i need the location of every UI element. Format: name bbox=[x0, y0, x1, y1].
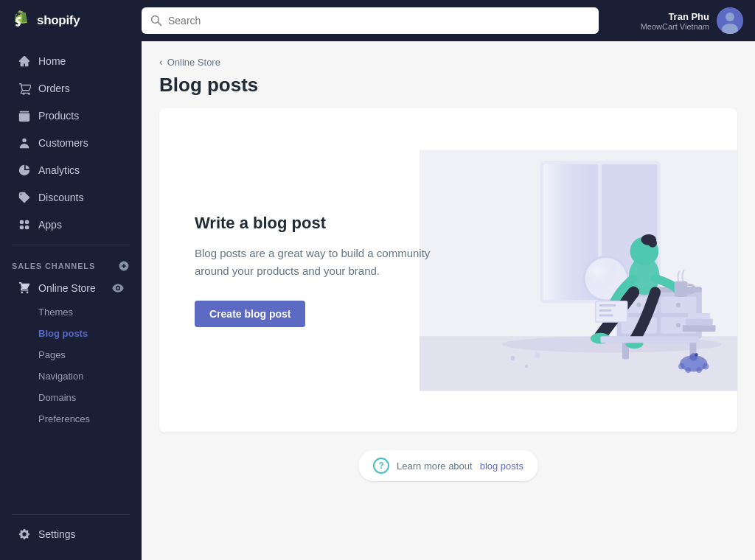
search-input[interactable] bbox=[168, 15, 590, 27]
sidebar-divider bbox=[12, 245, 130, 245]
online-store-label: Online Store bbox=[38, 282, 96, 294]
sidebar-item-analytics[interactable]: Analytics bbox=[6, 157, 136, 183]
svg-point-23 bbox=[676, 323, 681, 327]
plus-circle-icon bbox=[118, 260, 130, 272]
svg-line-1 bbox=[158, 22, 161, 25]
svg-rect-43 bbox=[688, 313, 710, 318]
footer-help: ? Learn more about blog posts bbox=[159, 433, 737, 499]
sidebar-item-navigation[interactable]: Navigation bbox=[6, 366, 136, 386]
layout: Home Orders Products Customers Analytics… bbox=[0, 41, 755, 560]
svg-point-21 bbox=[676, 303, 681, 307]
svg-rect-41 bbox=[683, 325, 716, 332]
shopify-logo[interactable]: shopify bbox=[12, 10, 80, 31]
online-store-icon bbox=[18, 281, 31, 295]
customers-icon bbox=[18, 136, 31, 150]
blog-card-description: Blog posts are a great way to build a co… bbox=[195, 245, 434, 280]
sidebar-item-apps[interactable]: Apps bbox=[6, 211, 136, 238]
user-info: Tran Phu MeowCart Vietnam bbox=[641, 11, 709, 31]
search-bar bbox=[142, 7, 599, 34]
home-icon bbox=[18, 55, 31, 68]
help-icon: ? bbox=[373, 458, 389, 474]
avatar[interactable] bbox=[717, 7, 743, 34]
sidebar-label-orders: Orders bbox=[38, 83, 70, 94]
logo-area: shopify bbox=[12, 10, 130, 31]
breadcrumb-text: Online Store bbox=[167, 57, 220, 68]
settings-icon bbox=[18, 528, 31, 541]
topbar-right: Tran Phu MeowCart Vietnam bbox=[641, 7, 743, 34]
blog-card-text: Write a blog post Blog posts are a great… bbox=[159, 178, 469, 363]
analytics-icon bbox=[18, 164, 31, 177]
blog-posts-link[interactable]: blog posts bbox=[480, 461, 523, 472]
breadcrumb-chevron: ‹ bbox=[159, 56, 163, 68]
sidebar-item-home[interactable]: Home bbox=[6, 48, 136, 74]
breadcrumb[interactable]: ‹ Online Store bbox=[159, 56, 737, 68]
sidebar-label-apps: Apps bbox=[38, 219, 62, 231]
svg-point-3 bbox=[726, 13, 734, 21]
svg-point-20 bbox=[636, 303, 641, 307]
sidebar-bottom: Settings bbox=[0, 508, 142, 548]
svg-point-47 bbox=[702, 363, 709, 370]
sidebar-label-settings: Settings bbox=[38, 528, 76, 540]
sidebar-item-blog-posts[interactable]: Blog posts bbox=[6, 323, 136, 343]
sidebar-item-settings[interactable]: Settings bbox=[6, 521, 136, 547]
svg-point-51 bbox=[695, 353, 697, 356]
sidebar-item-orders[interactable]: Orders bbox=[6, 75, 136, 102]
create-blog-post-button[interactable]: Create blog post bbox=[195, 301, 305, 327]
sidebar-label-home: Home bbox=[38, 55, 66, 67]
svg-point-53 bbox=[525, 365, 528, 368]
user-store: MeowCart Vietnam bbox=[641, 22, 709, 31]
discounts-icon bbox=[18, 191, 31, 204]
sidebar-item-products[interactable]: Products bbox=[6, 102, 136, 129]
svg-point-54 bbox=[535, 353, 540, 358]
add-sales-channel-button[interactable] bbox=[118, 260, 130, 272]
svg-rect-36 bbox=[599, 304, 616, 307]
sidebar-item-discounts[interactable]: Discounts bbox=[6, 184, 136, 211]
svg-point-31 bbox=[648, 239, 657, 248]
sidebar-item-pages[interactable]: Pages bbox=[6, 345, 136, 365]
sidebar-label-discounts: Discounts bbox=[38, 192, 83, 203]
sidebar-item-online-store[interactable]: Online Store bbox=[6, 276, 136, 301]
page-header: ‹ Online Store Blog posts bbox=[142, 41, 755, 108]
sidebar: Home Orders Products Customers Analytics… bbox=[0, 41, 142, 560]
search-icon bbox=[150, 15, 162, 27]
svg-point-52 bbox=[510, 356, 515, 360]
svg-point-49 bbox=[696, 368, 701, 373]
svg-rect-38 bbox=[599, 314, 613, 316]
learn-more-text: Learn more about bbox=[397, 461, 473, 472]
shopify-icon bbox=[12, 10, 32, 31]
user-name: Tran Phu bbox=[641, 11, 709, 22]
sidebar-item-domains[interactable]: Domains bbox=[6, 388, 136, 407]
main-content: ‹ Online Store Blog posts Write a blog p… bbox=[142, 41, 755, 560]
products-icon bbox=[18, 109, 31, 122]
svg-rect-37 bbox=[599, 309, 611, 312]
topbar: shopify Tran Phu MeowCart Vietnam bbox=[0, 0, 755, 41]
sidebar-item-themes[interactable]: Themes bbox=[6, 302, 136, 322]
sidebar-item-customers[interactable]: Customers bbox=[6, 130, 136, 156]
sidebar-label-analytics: Analytics bbox=[38, 164, 80, 176]
orders-icon bbox=[18, 82, 31, 95]
sidebar-item-preferences[interactable]: Preferences bbox=[6, 409, 136, 429]
svg-rect-40 bbox=[600, 336, 699, 343]
sidebar-label-customers: Customers bbox=[38, 137, 88, 149]
svg-point-48 bbox=[685, 368, 690, 373]
blog-card-title: Write a blog post bbox=[195, 214, 434, 233]
svg-point-46 bbox=[678, 363, 685, 370]
shopify-text: shopify bbox=[37, 13, 80, 28]
svg-rect-39 bbox=[675, 281, 688, 297]
apps-icon bbox=[18, 218, 31, 231]
content-area: Write a blog post Blog posts are a great… bbox=[142, 108, 755, 560]
sales-channels-label: SALES CHANNELS bbox=[0, 251, 142, 275]
sidebar-label-products: Products bbox=[38, 110, 79, 122]
sidebar-divider-bottom bbox=[12, 514, 130, 515]
help-pill: ? Learn more about blog posts bbox=[358, 450, 538, 481]
svg-rect-42 bbox=[685, 318, 712, 325]
eye-icon bbox=[112, 282, 124, 294]
blog-card: Write a blog post Blog posts are a great… bbox=[159, 108, 737, 433]
page-title: Blog posts bbox=[159, 74, 737, 97]
avatar-image bbox=[717, 7, 743, 34]
